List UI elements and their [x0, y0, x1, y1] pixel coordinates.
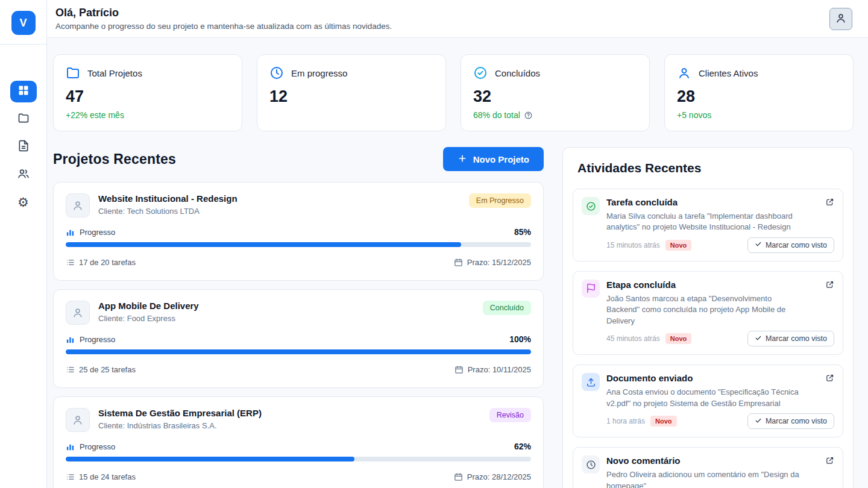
task-list-icon — [66, 472, 75, 481]
project-client: Cliente: Food Express — [98, 314, 199, 323]
check-icon — [755, 334, 762, 343]
progress-label: Progresso — [80, 335, 115, 344]
users-icon — [17, 167, 30, 182]
status-badge: Concluído — [483, 301, 531, 315]
page-header: Olá, Patrício Acompanhe o progresso do s… — [47, 0, 868, 38]
document-icon — [17, 140, 30, 154]
new-badge: Novo — [650, 416, 677, 427]
new-project-label: Novo Projeto — [473, 154, 529, 164]
main-content: Total Projetos 47 +22% este mês Em progr… — [47, 38, 868, 488]
progress-bar-fill — [66, 457, 354, 461]
sidebar-nav: ⚙ — [10, 81, 37, 213]
activity-time: 1 hora atrás — [606, 417, 645, 425]
user-icon — [677, 66, 691, 80]
project-title: Sistema De Gestão Empresarial (ERP) — [98, 408, 262, 418]
stat-sub: +22% este mês — [66, 110, 230, 120]
stat-sub-text: +5 novos — [677, 110, 711, 120]
project-client: Cliente: Tech Solutions LTDA — [98, 207, 237, 216]
activity-time: 45 minutos atrás — [606, 334, 660, 343]
progress-label: Progresso — [80, 228, 115, 237]
activity-item: Tarefa concluída Maria Silva concluiu a … — [573, 189, 843, 261]
project-deadline: Prazo: 15/12/2025 — [467, 258, 531, 267]
progress-percent: 62% — [514, 442, 531, 451]
user-profile-button[interactable] — [829, 8, 852, 30]
page-title: Olá, Patrício — [55, 7, 392, 19]
divider — [0, 44, 47, 45]
app-logo: V — [11, 11, 36, 35]
calendar-icon — [454, 472, 463, 481]
sidebar-item-dashboard[interactable] — [10, 81, 37, 102]
task-list-icon — [66, 258, 75, 267]
sidebar-item-documents[interactable] — [10, 136, 37, 158]
calendar-icon — [454, 258, 463, 267]
project-avatar — [66, 193, 90, 217]
stat-label: Concluídos — [495, 68, 540, 78]
project-title: App Mobile De Delivery — [98, 301, 199, 311]
external-link-icon[interactable] — [825, 456, 834, 465]
plus-icon — [458, 154, 467, 165]
stat-value: 47 — [66, 87, 230, 106]
gear-icon: ⚙ — [17, 196, 29, 209]
project-deadline: Prazo: 28/12/2025 — [467, 472, 531, 481]
stat-sub-text: +22% este mês — [66, 110, 124, 120]
stat-value: 28 — [677, 87, 841, 106]
status-badge: Revisão — [489, 408, 531, 422]
stat-card-concluidos: Concluídos 32 68% do total — [461, 54, 650, 131]
clock-icon — [582, 455, 600, 474]
mark-seen-button[interactable]: Marcar como visto — [747, 237, 834, 253]
activity-title: Etapa concluída — [606, 280, 676, 290]
sidebar-item-clients[interactable] — [10, 164, 37, 186]
activities-heading: Atividades Recentes — [577, 161, 838, 175]
mark-seen-button[interactable]: Marcar como visto — [747, 413, 834, 429]
folder-icon — [66, 66, 80, 80]
check-icon — [755, 240, 762, 249]
check-icon — [755, 417, 762, 426]
progress-bar — [66, 457, 531, 461]
sidebar: V ⚙ — [0, 0, 47, 488]
external-link-icon[interactable] — [825, 198, 834, 207]
header-text: Olá, Patrício Acompanhe o progresso do s… — [55, 7, 392, 31]
status-badge: Em Progresso — [469, 193, 531, 208]
mark-seen-label: Marcar como visto — [766, 417, 827, 425]
progress-bar-fill — [66, 349, 531, 354]
bar-chart-icon — [66, 335, 75, 344]
mark-seen-label: Marcar como visto — [766, 334, 827, 343]
project-card[interactable]: Website Institucional - Redesign Cliente… — [53, 182, 544, 281]
stat-card-total-projetos: Total Projetos 47 +22% este mês — [53, 54, 242, 131]
new-project-button[interactable]: Novo Projeto — [443, 147, 544, 171]
external-link-icon[interactable] — [825, 280, 834, 289]
activity-item: Documento enviado Ana Costa enviou o doc… — [573, 364, 843, 437]
mark-seen-label: Marcar como visto — [766, 241, 827, 249]
activity-item: Novo comentário Pedro Oliveira adicionou… — [573, 447, 843, 488]
activity-description: João Santos marcou a etapa "Desenvolvime… — [606, 293, 805, 327]
sidebar-item-settings[interactable]: ⚙ — [10, 192, 37, 213]
activity-title: Documento enviado — [606, 373, 693, 383]
mark-seen-button[interactable]: Marcar como visto — [747, 331, 834, 346]
project-card[interactable]: App Mobile De Delivery Cliente: Food Exp… — [53, 289, 544, 388]
flag-icon — [582, 280, 600, 298]
activity-item: Etapa concluída João Santos marcou a eta… — [573, 271, 843, 355]
stat-label: Total Projetos — [87, 68, 142, 78]
stat-card-clientes-ativos: Clientes Ativos 28 +5 novos — [664, 54, 854, 131]
progress-bar-fill — [66, 242, 461, 247]
activity-description: Pedro Oliveira adicionou um comentário e… — [606, 469, 805, 488]
stat-card-em-progresso: Em progresso 12 — [257, 54, 446, 131]
upload-icon — [582, 373, 600, 391]
sidebar-item-projects[interactable] — [10, 108, 37, 130]
page-subtitle: Acompanhe o progresso do seu projeto e m… — [55, 22, 392, 31]
bar-chart-icon — [66, 228, 75, 237]
activity-title: Tarefa concluída — [606, 197, 678, 207]
help-circle-icon[interactable] — [524, 111, 533, 120]
activity-description: Maria Silva concluiu a tarefa "Implement… — [606, 211, 805, 233]
project-tasks: 17 de 20 tarefas — [79, 258, 136, 267]
external-link-icon[interactable] — [825, 374, 834, 383]
stat-label: Em progresso — [291, 68, 347, 78]
new-badge: Novo — [665, 240, 692, 251]
stat-sub-text: 68% do total — [473, 110, 520, 120]
progress-percent: 100% — [509, 334, 531, 344]
project-card[interactable]: Sistema De Gestão Empresarial (ERP) Clie… — [53, 396, 544, 488]
task-list-icon — [66, 365, 75, 374]
clock-icon — [269, 66, 284, 80]
stat-sub: +5 novos — [677, 110, 841, 120]
projects-section: Projetos Recentes Novo Projeto Website I… — [53, 147, 544, 488]
